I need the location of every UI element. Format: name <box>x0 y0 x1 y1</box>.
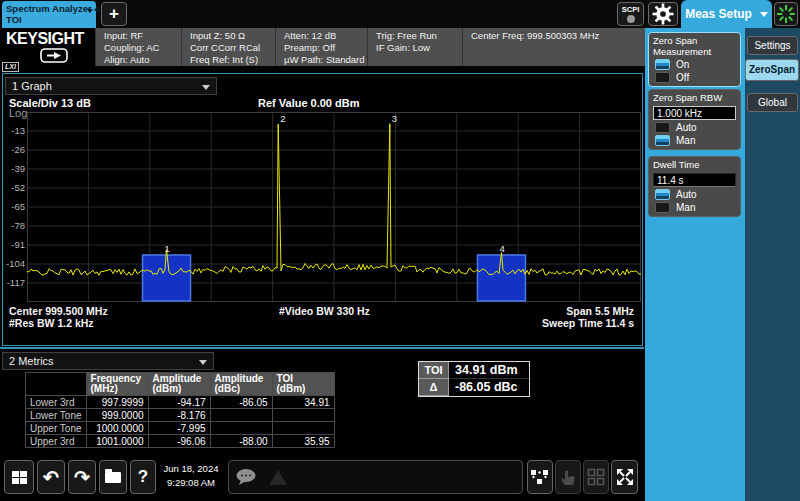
radio-option-man[interactable]: Man <box>653 135 736 146</box>
y-tick-label: -117 <box>3 277 25 288</box>
radio-label: Auto <box>676 122 697 133</box>
message-status-area[interactable] <box>228 460 523 494</box>
toi-metrics-table: Frequency(MHz)Amplitude(dBm)Amplitude(dB… <box>25 372 335 448</box>
settings-line: IF Gain: Low <box>376 42 462 54</box>
spectrum-plot-svg: 1234 <box>27 112 641 302</box>
window-layout-button[interactable] <box>583 460 609 494</box>
span-annotation[interactable]: Span 5.5 MHz <box>566 305 634 317</box>
radio-option-on[interactable]: On <box>653 59 736 70</box>
redo-button[interactable]: ↷ <box>68 460 96 494</box>
help-icon: ? <box>138 467 148 487</box>
spectrum-plot[interactable]: 1234 <box>27 112 641 302</box>
menu-card-zero-span-measurement[interactable]: Zero Span MeasurementOnOff <box>648 32 741 87</box>
time-text: 9:29:08 AM <box>160 476 222 490</box>
settings-column: Trig: Free RunIF Gain: Low <box>367 28 462 66</box>
panel-tab-zerospan[interactable]: ZeroSpan <box>745 59 799 81</box>
value-cell: -96.06 <box>148 435 210 448</box>
sweep-time-annotation[interactable]: Sweep Time 11.4 s <box>542 317 634 329</box>
res-bw-annotation[interactable]: #Res BW 1.2 kHz <box>9 317 94 329</box>
scpi-status-button[interactable]: SCPI <box>617 2 644 26</box>
marker-label-3[interactable]: 3 <box>392 113 397 124</box>
add-mode-button[interactable]: + <box>101 2 127 26</box>
value-cell: 1001.0000 <box>86 435 148 448</box>
settings-column: Input: RFCoupling: ACAlign: Auto <box>95 28 181 66</box>
mode-tab-spectrum-analyzer[interactable]: Spectrum Analyzer 4 TOI <box>2 1 96 28</box>
table-row: Upper 3rd1001.0000-96.06-88.0035.95 <box>26 435 335 448</box>
menu-card-zero-span-rbw[interactable]: Zero Span RBW1.000 kHzAutoMan <box>648 89 741 150</box>
fullscreen-button[interactable] <box>611 460 638 494</box>
busy-spinner-icon <box>775 3 797 25</box>
windows-start-button[interactable] <box>4 460 34 494</box>
metrics-selector-dropdown[interactable]: 2 Metrics <box>2 352 214 370</box>
value-cell: -86.05 <box>210 396 272 409</box>
toi-delta-value: -86.05 dBc <box>449 379 529 396</box>
zone-marker-4[interactable] <box>477 255 525 301</box>
radio-option-off[interactable]: Off <box>653 72 736 83</box>
settings-line: Trig: Free Run <box>376 30 462 42</box>
table-header-cell: Frequency(MHz) <box>86 373 148 396</box>
graph-selector-dropdown[interactable]: 1 Graph <box>5 77 217 95</box>
ref-value-label[interactable]: Ref Value 0.00 dBm <box>258 97 360 109</box>
mode-tab-subtitle: TOI <box>6 14 92 25</box>
table-header-cell <box>26 373 87 396</box>
y-tick-label: -65 <box>3 201 25 212</box>
radio-indicator-icon <box>655 59 670 70</box>
gear-icon <box>652 3 674 25</box>
meas-setup-menu-button[interactable]: Meas Setup <box>681 0 772 28</box>
menu-card-dwell-time[interactable]: Dwell Time11.4 sAutoMan <box>648 156 741 217</box>
zone-marker-1[interactable] <box>143 255 191 301</box>
card-title: Zero Span Measurement <box>653 35 736 57</box>
settings-column: Atten: 12 dBPreamp: OffµW Path: Standard <box>275 28 367 66</box>
row-label-cell: Lower Tone <box>26 409 87 422</box>
help-button[interactable]: ? <box>130 460 156 494</box>
radio-indicator-icon <box>655 189 670 200</box>
marker-label-4[interactable]: 4 <box>499 243 504 254</box>
value-cell <box>272 422 334 435</box>
date-text: Jun 18, 2024 <box>160 462 222 476</box>
file-explorer-button[interactable] <box>99 460 127 494</box>
radio-option-auto[interactable]: Auto <box>653 189 736 200</box>
panel-tab-global[interactable]: Global <box>747 93 798 112</box>
toi-result-value: 34.91 dBm <box>449 362 529 379</box>
undo-button[interactable]: ↶ <box>37 460 65 494</box>
value-cell: 1000.0000 <box>86 422 148 435</box>
settings-line: Center Freq: 999.500303 MHz <box>471 30 645 42</box>
video-bw-annotation[interactable]: #Video BW 330 Hz <box>279 305 370 317</box>
settings-column: Input Z: 50 ΩCorr CCorr RCalFreq Ref: In… <box>181 28 275 66</box>
marker-label-2[interactable]: 2 <box>280 113 285 124</box>
marker-label-1[interactable]: 1 <box>165 243 170 254</box>
windows-logo-icon <box>12 471 27 484</box>
meas-setup-label: Meas Setup <box>685 7 752 21</box>
chevron-down-icon <box>760 12 768 21</box>
value-cell: 997.9999 <box>86 396 148 409</box>
datetime-display: Jun 18, 2024 9:29:08 AM <box>160 462 222 490</box>
panel-tab-settings[interactable]: Settings <box>747 36 798 55</box>
touch-mode-button[interactable] <box>555 460 581 494</box>
app-root: Spectrum Analyzer 4 TOI + SCPI <box>0 0 800 501</box>
radio-option-auto[interactable]: Auto <box>653 122 736 133</box>
table-row: Upper Tone1000.0000-7.995 <box>26 422 335 435</box>
scale-type-label: Log <box>9 107 27 119</box>
fullscreen-expand-icon <box>615 467 635 487</box>
settings-line: Coupling: AC <box>104 42 181 54</box>
y-tick-label: -104 <box>3 258 25 269</box>
center-freq-annotation[interactable]: Center 999.500 MHz <box>9 305 108 317</box>
metrics-selector-label: 2 Metrics <box>9 355 54 367</box>
radio-option-man[interactable]: Man <box>653 202 736 213</box>
folder-icon <box>105 472 121 483</box>
value-cell: -7.995 <box>148 422 210 435</box>
card-value-field[interactable]: 11.4 s <box>653 173 736 187</box>
card-value-field[interactable]: 1.000 kHz <box>653 106 736 120</box>
mode-tab-title: Spectrum Analyzer 4 <box>6 3 92 14</box>
system-settings-button[interactable] <box>648 2 678 26</box>
y-tick-label: -39 <box>3 163 25 174</box>
value-cell: 35.95 <box>272 435 334 448</box>
y-tick-label: -13 <box>3 125 25 136</box>
keysight-mark-icon <box>40 48 68 63</box>
value-cell <box>210 422 272 435</box>
settings-line: Atten: 12 dB <box>284 30 367 42</box>
radio-label: On <box>676 59 689 70</box>
row-label-cell: Upper Tone <box>26 422 87 435</box>
row-label-cell: Lower 3rd <box>26 396 87 409</box>
block-diagram-button[interactable] <box>527 460 553 494</box>
